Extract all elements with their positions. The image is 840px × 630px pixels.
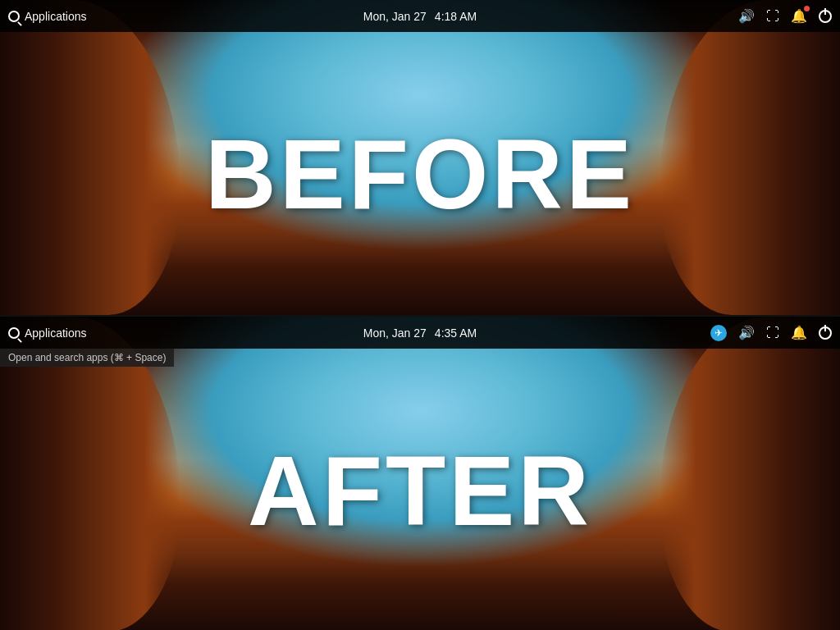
- after-taskbar: Applications Mon, Jan 27 4:35 AM ✈ 🔊 ⛶ 🔔: [0, 317, 840, 349]
- before-taskbar: Applications Mon, Jan 27 4:18 AM 🔊 ⛶ 🔔: [0, 0, 840, 32]
- taskbar-right-after: ✈ 🔊 ⛶ 🔔: [710, 325, 832, 341]
- telegram-icon-after[interactable]: ✈: [710, 325, 727, 341]
- power-icon-before[interactable]: [819, 10, 832, 23]
- before-label: BEFORE: [205, 117, 635, 231]
- bell-container-before: 🔔: [791, 8, 807, 24]
- before-panel: Applications Mon, Jan 27 4:18 AM 🔊 ⛶ 🔔 B…: [0, 0, 840, 315]
- date-before: Mon, Jan 27: [363, 10, 427, 23]
- volume-icon-before[interactable]: 🔊: [738, 8, 755, 24]
- tooltip-bar: Open and search apps (⌘ + Space): [0, 349, 174, 367]
- taskbar-center-after: Mon, Jan 27 4:35 AM: [363, 326, 477, 340]
- taskbar-center-before: Mon, Jan 27 4:18 AM: [363, 10, 477, 23]
- tooltip-text: Open and search apps (⌘ + Space): [8, 352, 166, 363]
- after-panel: Applications Mon, Jan 27 4:35 AM ✈ 🔊 ⛶ 🔔…: [0, 317, 840, 630]
- bell-icon-after[interactable]: 🔔: [791, 325, 807, 340]
- taskbar-left-after: Applications: [8, 326, 710, 340]
- network-icon-before[interactable]: ⛶: [766, 9, 779, 24]
- time-after: 4:35 AM: [435, 326, 477, 340]
- date-after: Mon, Jan 27: [363, 326, 427, 340]
- volume-icon-after[interactable]: 🔊: [738, 325, 755, 340]
- search-icon-before[interactable]: [8, 11, 20, 22]
- applications-label-before[interactable]: Applications: [25, 10, 87, 23]
- after-label: AFTER: [248, 434, 592, 547]
- taskbar-right-before: 🔊 ⛶ 🔔: [738, 8, 832, 24]
- power-icon-after[interactable]: [819, 326, 832, 340]
- network-icon-after[interactable]: ⛶: [766, 326, 779, 340]
- time-before: 4:18 AM: [435, 10, 477, 23]
- notification-dot-before: [804, 6, 810, 11]
- search-icon-after[interactable]: [8, 327, 20, 339]
- applications-label-after[interactable]: Applications: [25, 326, 87, 340]
